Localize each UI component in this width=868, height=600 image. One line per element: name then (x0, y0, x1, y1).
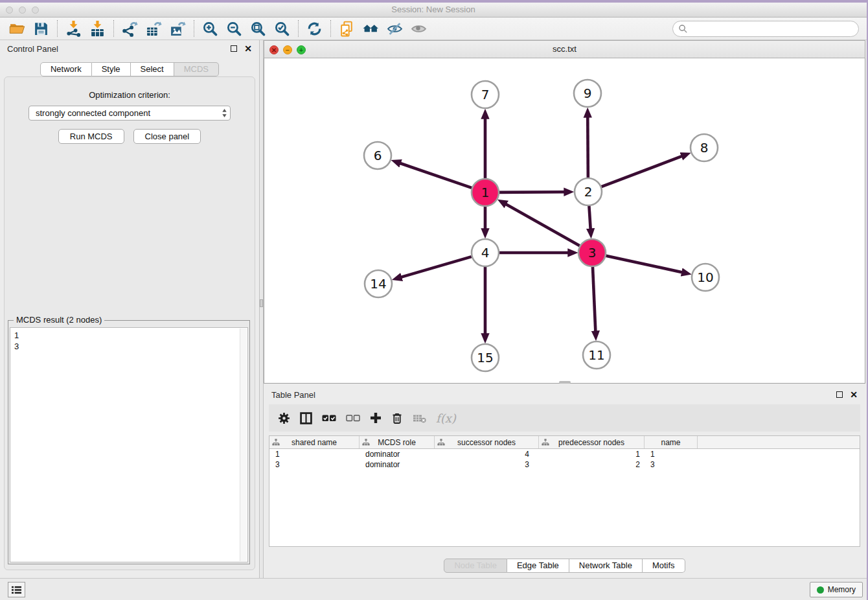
edge-4-14[interactable] (402, 257, 472, 277)
graph-node-10[interactable]: 10 (692, 264, 719, 291)
canvas-hscroll-thumb[interactable] (559, 381, 571, 384)
criterion-select[interactable]: strongly connected component (29, 106, 231, 121)
edge-1-6[interactable] (400, 163, 472, 188)
columns-icon[interactable] (300, 410, 312, 426)
table-cell[interactable]: 1 (539, 450, 645, 459)
zoom-in-icon[interactable] (198, 19, 222, 38)
edge-1-2[interactable] (499, 192, 564, 192)
edge-2-9[interactable] (588, 117, 588, 178)
run-mcds-button[interactable]: Run MCDS (58, 129, 124, 144)
table-cell[interactable]: dominator (360, 460, 435, 469)
graph-node-6[interactable]: 6 (364, 142, 391, 169)
graph-node-1[interactable]: 1 (472, 179, 499, 206)
graph-node-4[interactable]: 4 (472, 239, 499, 266)
svg-text:9: 9 (584, 86, 592, 101)
column-header-name[interactable]: name (645, 436, 698, 448)
toolbar-separator (298, 20, 299, 37)
zoom-out-icon[interactable] (222, 19, 246, 38)
add-row-icon[interactable] (370, 410, 382, 426)
table-cell[interactable]: dominator (360, 450, 435, 459)
save-icon[interactable] (29, 19, 53, 38)
minimize-window-icon[interactable] (19, 6, 26, 14)
edge-2-3[interactable] (589, 206, 590, 229)
table-cell[interactable]: 3 (269, 460, 360, 469)
column-header-shared-name[interactable]: shared name (269, 436, 360, 448)
graph-node-8[interactable]: 8 (691, 134, 718, 161)
column-header-successor-nodes[interactable]: successor nodes (435, 436, 539, 448)
export-table-icon[interactable] (142, 19, 166, 38)
mcds-result-text[interactable]: 13 (10, 327, 248, 562)
graph-node-9[interactable]: 9 (574, 80, 601, 107)
zoom-selected-icon[interactable] (270, 19, 294, 38)
table-cell[interactable]: 3 (645, 460, 698, 469)
column-header-MCDS-role[interactable]: MCDS role (360, 436, 435, 448)
table-panel-title: Table Panel (271, 390, 315, 400)
import-network-icon[interactable] (62, 19, 86, 38)
function-builder-icon: f(x) (436, 411, 456, 425)
delete-row-icon[interactable] (391, 410, 403, 426)
table-cell[interactable]: 1 (645, 450, 698, 459)
graph-node-11[interactable]: 11 (583, 341, 610, 369)
close-window-icon[interactable] (6, 6, 13, 14)
graph-node-3[interactable]: 3 (578, 239, 606, 266)
tab-edge-table[interactable]: Edge Table (507, 559, 569, 573)
first-neighbors-icon[interactable] (359, 19, 383, 38)
network-from-selection-icon[interactable] (335, 19, 359, 38)
open-icon[interactable] (5, 19, 29, 38)
tab-motifs[interactable]: Motifs (643, 559, 685, 573)
memory-button[interactable]: Memory (810, 582, 863, 597)
search-box[interactable] (672, 21, 859, 37)
network-minimize-icon[interactable]: − (283, 45, 292, 54)
tab-select[interactable]: Select (131, 62, 174, 76)
float-panel-icon[interactable] (231, 45, 237, 52)
table-cell[interactable]: 3 (435, 460, 539, 469)
table-cell[interactable]: 4 (435, 450, 539, 459)
graph-node-14[interactable]: 14 (365, 270, 392, 297)
table-cell[interactable]: 1 (269, 450, 360, 459)
table-row[interactable]: 3dominator323 (269, 459, 860, 470)
hide-selected-icon[interactable] (383, 19, 407, 38)
edge-3-1[interactable] (506, 204, 580, 246)
graph-node-15[interactable]: 15 (472, 344, 499, 371)
table-cell[interactable]: 2 (539, 460, 645, 469)
tab-node-table[interactable]: Node Table (444, 559, 507, 573)
edge-3-11[interactable] (593, 267, 595, 331)
export-image-icon[interactable] (166, 19, 190, 38)
deselect-all-icon[interactable] (346, 410, 360, 426)
task-history-button[interactable] (8, 582, 25, 597)
import-table-icon[interactable] (86, 19, 109, 38)
settings-icon[interactable] (278, 410, 290, 426)
network-canvas[interactable]: 7968124314101511 (264, 58, 865, 384)
table-panel: Table Panel ✕ f(x) shared nameMCDS roles… (264, 386, 865, 578)
tab-network[interactable]: Network (40, 62, 92, 76)
graph-node-7[interactable]: 7 (472, 81, 499, 108)
network-maximize-icon[interactable]: + (297, 45, 306, 54)
zoom-fit-icon[interactable] (246, 19, 270, 38)
table-body: 1dominator4113dominator323 (269, 449, 860, 470)
toolbar-separator (57, 20, 58, 37)
svg-text:2: 2 (584, 184, 593, 200)
tab-mcds[interactable]: MCDS (174, 62, 219, 76)
select-all-icon[interactable] (322, 410, 336, 426)
refresh-icon[interactable] (303, 19, 326, 38)
close-panel-button[interactable]: Close panel (133, 129, 201, 144)
edge-2-8[interactable] (602, 156, 682, 187)
edge-3-10[interactable] (606, 256, 681, 272)
close-panel-icon[interactable]: ✕ (244, 45, 252, 52)
tab-network-table[interactable]: Network Table (569, 559, 643, 573)
search-input[interactable] (691, 24, 853, 33)
divider-grip[interactable] (260, 299, 263, 307)
column-header-predecessor-nodes[interactable]: predecessor nodes (539, 436, 645, 448)
table-tabs: Node TableEdge TableNetwork TableMotifs (264, 559, 865, 573)
table-close-icon[interactable]: ✕ (850, 391, 858, 398)
tab-style[interactable]: Style (92, 62, 131, 76)
export-network-icon[interactable] (118, 19, 142, 38)
maximize-window-icon[interactable] (32, 6, 39, 14)
table-float-icon[interactable] (836, 391, 843, 398)
network-close-icon[interactable]: ✕ (269, 45, 279, 54)
network-window-titlebar[interactable]: ✕ − + scc.txt (264, 40, 865, 58)
show-all-icon[interactable] (407, 19, 431, 38)
table-row[interactable]: 1dominator411 (269, 449, 860, 459)
graph-node-2[interactable]: 2 (575, 178, 602, 205)
result-scrollbar[interactable] (240, 329, 247, 561)
